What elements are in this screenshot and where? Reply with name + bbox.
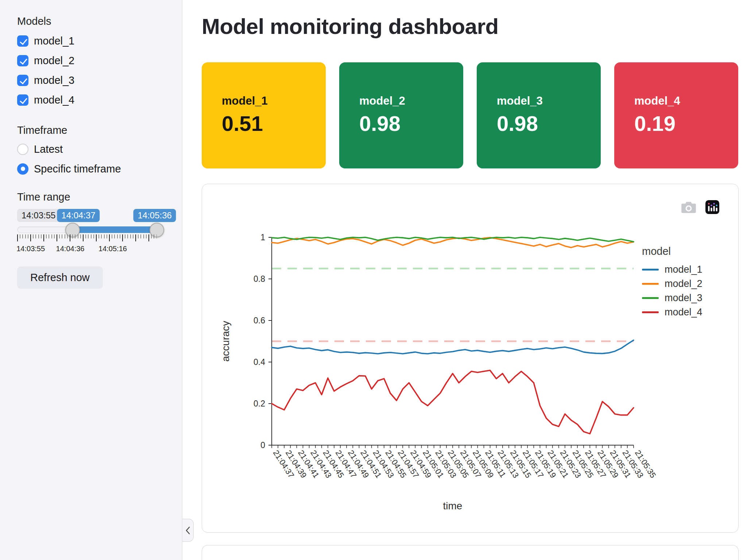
slider-major-ticks xyxy=(17,234,157,241)
radio-specific-timeframe[interactable]: Specific timeframe xyxy=(17,161,182,176)
plotly-logo-icon[interactable] xyxy=(705,200,719,214)
metric-card-model-3: model_3 0.98 xyxy=(477,62,601,168)
metric-value: 0.98 xyxy=(359,111,456,136)
legend-item-model_3[interactable]: model_3 xyxy=(642,291,737,305)
svg-text:time: time xyxy=(443,500,462,512)
legend-label: model_1 xyxy=(665,264,703,275)
models-section-label: Models xyxy=(17,15,182,27)
svg-text:0.4: 0.4 xyxy=(253,357,265,367)
slider-min-readout: 14:03:55 xyxy=(17,209,60,222)
metric-label: model_1 xyxy=(222,94,318,108)
checkbox-label: model_1 xyxy=(34,35,74,47)
slider-axis-label: 14:03:55 xyxy=(16,245,45,253)
metric-card-model-2: model_2 0.98 xyxy=(339,62,463,168)
legend-item-model_2[interactable]: model_2 xyxy=(642,277,737,291)
legend-label: model_2 xyxy=(665,278,703,289)
radio-label: Latest xyxy=(34,143,63,155)
next-section-card xyxy=(202,545,739,560)
camera-icon[interactable] xyxy=(681,201,696,213)
svg-text:0: 0 xyxy=(260,440,265,450)
metric-cards-row: model_1 0.51 model_2 0.98 model_3 0.98 m… xyxy=(202,62,739,168)
checkbox-icon[interactable] xyxy=(17,94,28,106)
svg-text:0.2: 0.2 xyxy=(253,399,265,408)
metric-label: model_3 xyxy=(497,94,593,108)
radio-icon[interactable] xyxy=(17,163,28,175)
checkbox-icon[interactable] xyxy=(17,35,28,47)
legend-item-model_4[interactable]: model_4 xyxy=(642,305,737,319)
accuracy-line-chart[interactable]: 00.20.40.60.8121:04:3721:04:3921:04:4121… xyxy=(202,184,738,532)
plotly-modebar xyxy=(681,200,719,214)
checkbox-label: model_4 xyxy=(34,94,74,106)
radio-label: Specific timeframe xyxy=(34,163,121,175)
checkbox-model-2[interactable]: model_2 xyxy=(17,53,182,68)
chart-legend: model model_1model_2model_3model_4 xyxy=(642,245,737,319)
accuracy-chart-card: 00.20.40.60.8121:04:3721:04:3921:04:4121… xyxy=(202,184,739,533)
svg-text:0.6: 0.6 xyxy=(253,316,265,325)
checkbox-model-4[interactable]: model_4 xyxy=(17,92,182,108)
refresh-now-button[interactable]: Refresh now xyxy=(17,267,103,289)
radio-latest[interactable]: Latest xyxy=(17,141,182,157)
legend-label: model_3 xyxy=(665,292,703,304)
metric-card-model-4: model_4 0.19 xyxy=(614,62,738,168)
checkbox-icon[interactable] xyxy=(17,55,28,66)
metric-card-model-1: model_1 0.51 xyxy=(202,62,326,168)
legend-swatch xyxy=(642,297,659,299)
slider-axis-label: 14:04:36 xyxy=(56,245,85,253)
slider-axis-label: 14:05:16 xyxy=(98,245,127,253)
slider-tick-ruler xyxy=(17,234,157,242)
metric-label: model_4 xyxy=(634,94,731,108)
timeframe-section-label: Timeframe xyxy=(17,124,182,136)
checkbox-label: model_2 xyxy=(34,55,74,67)
checkbox-model-3[interactable]: model_3 xyxy=(17,73,182,88)
slider-axis-labels: 14:03:55 14:04:36 14:05:16 xyxy=(17,245,157,253)
checkbox-label: model_3 xyxy=(34,74,74,86)
metric-value: 0.98 xyxy=(497,111,593,136)
sidebar: Models model_1 model_2 model_3 model_4 T… xyxy=(0,0,182,560)
main-content: Model monitoring dashboard model_1 0.51 … xyxy=(183,0,747,560)
model-checkbox-group: model_1 model_2 model_3 model_4 xyxy=(17,33,182,108)
timeframe-radio-group: Latest Specific timeframe xyxy=(17,141,182,176)
app-root: Models model_1 model_2 model_3 model_4 T… xyxy=(0,0,747,560)
svg-text:1: 1 xyxy=(260,233,265,242)
legend-title: model xyxy=(642,245,737,257)
legend-item-model_1[interactable]: model_1 xyxy=(642,262,737,277)
svg-text:accuracy: accuracy xyxy=(220,321,231,362)
radio-icon[interactable] xyxy=(17,144,28,155)
legend-swatch xyxy=(642,311,659,313)
checkbox-icon[interactable] xyxy=(17,75,28,86)
slider-lower-value: 14:04:37 xyxy=(57,209,100,222)
legend-swatch xyxy=(642,269,659,271)
svg-text:0.8: 0.8 xyxy=(253,274,265,284)
legend-label: model_4 xyxy=(665,307,703,318)
time-range-slider[interactable]: 14:03:55 14:04:37 14:05:36 14:03:55 14:0… xyxy=(17,209,163,256)
metric-label: model_2 xyxy=(359,94,456,108)
slider-upper-value: 14:05:36 xyxy=(133,209,176,222)
time-range-section-label: Time range xyxy=(17,191,182,203)
page-title: Model monitoring dashboard xyxy=(202,14,739,39)
legend-swatch xyxy=(642,283,659,285)
metric-value: 0.51 xyxy=(222,111,318,136)
metric-value: 0.19 xyxy=(634,111,731,136)
checkbox-model-1[interactable]: model_1 xyxy=(17,33,182,48)
